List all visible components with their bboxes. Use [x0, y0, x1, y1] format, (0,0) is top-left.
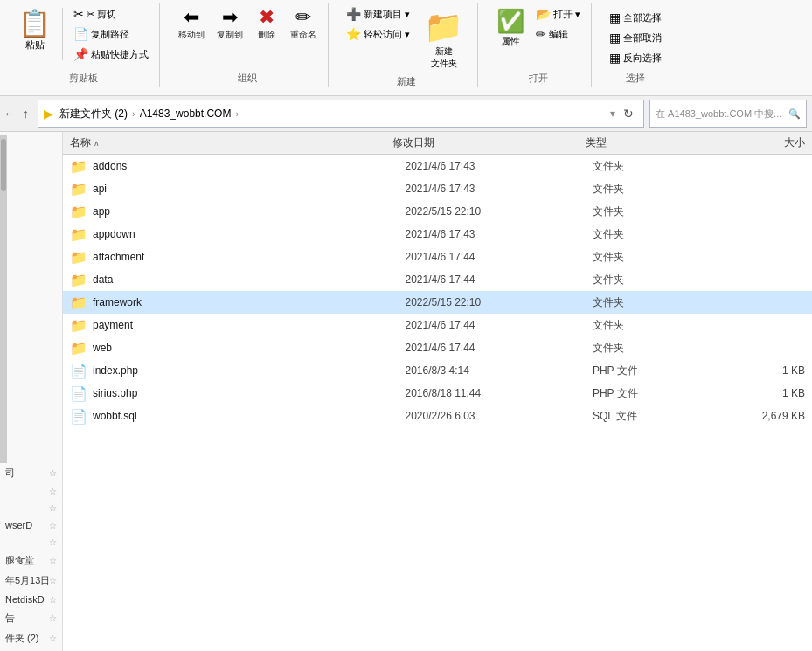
table-row[interactable]: 📁web2021/4/6 17:44文件夹: [63, 336, 812, 359]
breadcrumb: 新建文件夹 (2) › A1483_wobbt.COM ›: [57, 105, 607, 123]
file-rows: 📁addons2021/4/6 17:43文件夹📁api2021/4/6 17:…: [63, 155, 812, 427]
sidebar-item-report[interactable]: 告 ☆: [0, 608, 62, 628]
copy-path-button[interactable]: 📄 复制路径: [70, 25, 152, 43]
edit-icon: ✏: [536, 27, 546, 41]
back-button[interactable]: ←: [0, 105, 19, 122]
file-type: 文件夹: [593, 182, 718, 197]
sidebar-item-folder2[interactable]: 件夹 (2) ☆: [0, 628, 62, 648]
delete-button[interactable]: ✖ 删除: [251, 5, 282, 44]
copy-to-icon: ➡: [222, 8, 238, 27]
invert-select-button[interactable]: ▦ 反向选择: [606, 49, 665, 66]
search-icon[interactable]: 🔍: [788, 108, 801, 120]
file-date: 2022/5/15 22:10: [405, 296, 592, 308]
new-buttons: ➕ 新建项目 ▾ ⭐ 轻松访问 ▾ 📁 新建文件夹: [343, 5, 470, 73]
file-date: 2022/5/15 22:10: [405, 205, 592, 218]
table-row[interactable]: 📄index.php2016/8/3 4:14PHP 文件1 KB: [63, 359, 812, 382]
rename-label: 重命名: [290, 29, 316, 41]
search-placeholder-text: 在 A1483_wobbt.COM 中搜...: [656, 107, 785, 121]
move-to-button[interactable]: ⬅ 移动到: [174, 5, 209, 44]
sidebar-arrow-2: ☆: [49, 487, 57, 496]
table-row[interactable]: 📁addons2021/4/6 17:43文件夹: [63, 155, 812, 177]
sidebar-label-wserD: wserD: [5, 520, 49, 530]
sidebar: 司 ☆ ☆ ☆ wserD ☆ ☆ 腿食堂 ☆: [0, 132, 63, 651]
move-to-label: 移动到: [178, 29, 205, 41]
address-dropdown-icon[interactable]: ▾: [610, 107, 615, 120]
file-list-header: 名称 ∧ 修改日期 类型 大小: [63, 132, 812, 155]
new-item-label: 新建项目 ▾: [364, 8, 410, 21]
select-none-button[interactable]: ▦ 全部取消: [606, 29, 665, 46]
easy-access-button[interactable]: ⭐ 轻松访问 ▾: [343, 25, 413, 43]
sidebar-arrow-date: ☆: [49, 576, 57, 585]
column-name[interactable]: 名称 ∧: [70, 135, 392, 150]
new-folder-icon: 📁: [424, 9, 463, 45]
new-item-button[interactable]: ➕ 新建项目 ▾: [343, 5, 413, 23]
sidebar-item-3[interactable]: ☆: [0, 500, 62, 516]
copy-to-button[interactable]: ➡ 复制到: [212, 5, 247, 44]
search-bar[interactable]: 在 A1483_wobbt.COM 中搜... 🔍: [649, 100, 807, 128]
column-date[interactable]: 修改日期: [392, 135, 586, 150]
rename-icon: ✏: [295, 8, 311, 27]
ribbon-group-clipboard: 📋 粘贴 ✂ ✂ 剪切 📄 复制路径 📌 粘贴快捷方式 剪贴板: [7, 3, 160, 87]
file-type: 文件夹: [593, 318, 718, 333]
table-row[interactable]: 📁appdown2021/4/6 17:43文件夹: [63, 223, 812, 246]
file-date: 2021/4/6 17:44: [405, 342, 592, 354]
table-row[interactable]: 📁app2022/5/15 22:10文件夹: [63, 200, 812, 223]
sidebar-item-2[interactable]: ☆: [0, 483, 62, 500]
file-type: 文件夹: [593, 341, 718, 356]
select-all-button[interactable]: ▦ 全部选择: [606, 9, 665, 26]
sidebar-item-canteen[interactable]: 腿食堂 ☆: [0, 551, 62, 571]
sidebar-arrow-3: ☆: [49, 503, 57, 513]
table-row[interactable]: 📁data2021/4/6 17:44文件夹: [63, 268, 812, 291]
folder-icon: 📁: [70, 204, 87, 220]
paste-shortcut-button[interactable]: 📌 粘贴快捷方式: [70, 45, 152, 63]
new-subitems: ➕ 新建项目 ▾ ⭐ 轻松访问 ▾: [343, 5, 413, 43]
sidebar-arrow-wserD: ☆: [49, 521, 57, 530]
paste-button[interactable]: 📋 粘贴: [14, 5, 55, 54]
new-folder-button[interactable]: 📁 新建文件夹: [417, 5, 470, 73]
file-date: 2021/4/6 17:43: [405, 228, 592, 240]
open-button[interactable]: 📂 打开 ▾: [532, 5, 584, 23]
column-date-label: 修改日期: [392, 136, 434, 149]
breadcrumb-item-2[interactable]: A1483_wobbt.COM: [137, 106, 234, 121]
sidebar-item-date[interactable]: 年5月13日 ☆: [0, 571, 62, 591]
file-name: data: [93, 274, 405, 286]
folder-icon: 📁: [70, 294, 87, 311]
table-row[interactable]: 📄wobbt.sql2020/2/26 6:03SQL 文件2,679 KB: [63, 405, 812, 427]
sidebar-item-1[interactable]: 司 ☆: [0, 463, 62, 483]
edit-button[interactable]: ✏ 编辑: [532, 25, 584, 43]
folder-icon: 📁: [70, 181, 87, 197]
easy-access-label: 轻松访问 ▾: [364, 28, 410, 41]
invert-select-icon: ▦: [609, 51, 621, 65]
sidebar-item-4[interactable]: ☆: [0, 534, 62, 551]
sidebar-label-folder2: 件夹 (2): [5, 632, 49, 645]
folder-icon: 📁: [70, 249, 87, 266]
column-size-label: 大小: [784, 136, 805, 149]
properties-button[interactable]: ✅ 属性: [492, 5, 529, 51]
select-none-label: 全部取消: [623, 31, 662, 45]
table-row[interactable]: 📁attachment2021/4/6 17:44文件夹: [63, 246, 812, 268]
sidebar-item-wserD[interactable]: wserD ☆: [0, 516, 62, 534]
table-row[interactable]: 📁api2021/4/6 17:43文件夹: [63, 177, 812, 200]
file-name: appdown: [93, 228, 405, 240]
cut-button[interactable]: ✂ ✂ 剪切: [70, 5, 152, 23]
table-row[interactable]: 📄sirius.php2016/8/18 11:44PHP 文件1 KB: [63, 382, 812, 405]
address-bar[interactable]: ▶ 新建文件夹 (2) › A1483_wobbt.COM › ▾ ↻: [38, 100, 644, 128]
clipboard-small-btns: ✂ ✂ 剪切 📄 复制路径 📌 粘贴快捷方式: [70, 5, 152, 63]
table-row[interactable]: 📁framework2022/5/15 22:10文件夹: [63, 291, 812, 314]
open-subitems: 📂 打开 ▾ ✏ 编辑: [532, 5, 584, 43]
sidebar-item-netdisk[interactable]: NetdiskD ☆: [0, 591, 62, 608]
file-icon: 📄: [70, 363, 87, 379]
select-all-label: 全部选择: [623, 11, 662, 24]
up-button[interactable]: ↑: [19, 105, 32, 122]
rename-button[interactable]: ✏ 重命名: [286, 5, 321, 44]
file-size: 1 KB: [718, 387, 805, 399]
file-name: api: [93, 183, 405, 195]
column-type-label: 类型: [586, 136, 607, 149]
breadcrumb-item-1[interactable]: 新建文件夹 (2): [57, 105, 130, 123]
column-size[interactable]: 大小: [715, 135, 805, 150]
folder-icon: 📁: [70, 340, 87, 357]
table-row[interactable]: 📁payment2021/4/6 17:44文件夹: [63, 314, 812, 336]
column-type[interactable]: 类型: [586, 135, 715, 150]
refresh-button[interactable]: ↻: [619, 105, 638, 122]
file-name: framework: [93, 296, 405, 308]
